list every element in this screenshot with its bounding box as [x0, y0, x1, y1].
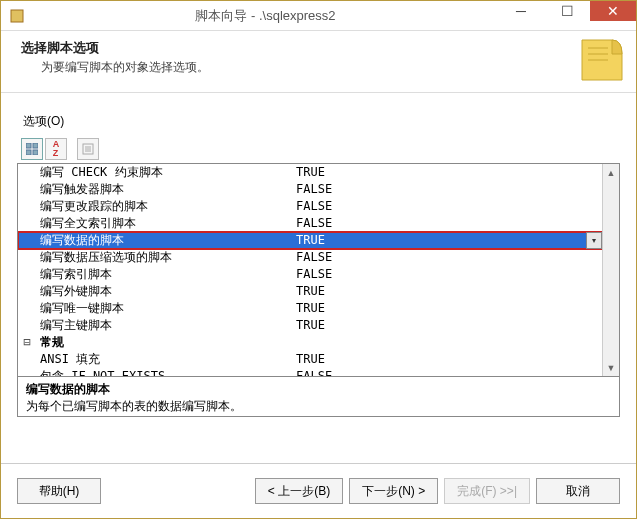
indent [18, 351, 36, 368]
grid-row-label: 编写主键脚本 [36, 317, 294, 334]
titlebar: 脚本向导 - .\sqlexpress2 ─ ☐ ✕ [1, 1, 636, 31]
property-pages-button[interactable] [77, 138, 99, 160]
grid-row[interactable]: 编写索引脚本FALSE [18, 266, 602, 283]
scroll-down-icon[interactable]: ▼ [603, 359, 619, 376]
grid-category[interactable]: ⊟常规 [18, 334, 602, 351]
svg-rect-7 [33, 150, 38, 155]
grid-row-value[interactable]: FALSE [294, 266, 602, 283]
close-button[interactable]: ✕ [590, 1, 636, 21]
wizard-window: 脚本向导 - .\sqlexpress2 ─ ☐ ✕ 选择脚本选项 为要编写脚本… [0, 0, 637, 519]
grid-row-label: 编写更改跟踪的脚本 [36, 198, 294, 215]
app-icon [9, 8, 25, 24]
svg-rect-4 [26, 143, 31, 148]
grid-row[interactable]: 编写更改跟踪的脚本FALSE [18, 198, 602, 215]
maximize-button[interactable]: ☐ [544, 1, 590, 21]
grid-row[interactable]: 编写全文索引脚本FALSE [18, 215, 602, 232]
description-title: 编写数据的脚本 [26, 381, 611, 398]
grid-row[interactable]: 包含 IF NOT EXISTSFALSE [18, 368, 602, 377]
cancel-button[interactable]: 取消 [536, 478, 620, 504]
svg-rect-5 [33, 143, 38, 148]
grid-row-value[interactable]: FALSE [294, 249, 602, 266]
categorized-view-button[interactable] [21, 138, 43, 160]
indent [18, 181, 36, 198]
indent [18, 266, 36, 283]
grid-row-value[interactable]: TRUE [294, 283, 602, 300]
grid-row-value[interactable]: TRUE [294, 232, 602, 249]
options-grid[interactable]: 编写 CHECK 约束脚本TRUE编写触发器脚本FALSE编写更改跟踪的脚本FA… [17, 163, 620, 377]
svg-rect-0 [11, 10, 23, 22]
grid-row-label: 编写数据压缩选项的脚本 [36, 249, 294, 266]
grid-row[interactable]: 编写 CHECK 约束脚本TRUE [18, 164, 602, 181]
grid-row-label: 编写全文索引脚本 [36, 215, 294, 232]
alphabetical-view-button[interactable]: AZ [45, 138, 67, 160]
grid-row-value[interactable]: FALSE [294, 198, 602, 215]
grid-row-value[interactable]: FALSE [294, 215, 602, 232]
finish-button[interactable]: 完成(F) >>| [444, 478, 530, 504]
grid-row-value[interactable]: TRUE [294, 300, 602, 317]
indent [18, 215, 36, 232]
page-subtitle: 为要编写脚本的对象选择选项。 [41, 59, 616, 76]
indent [18, 368, 36, 377]
grid-row[interactable]: 编写触发器脚本FALSE [18, 181, 602, 198]
grid-toolbar: AZ [21, 138, 620, 160]
next-button[interactable]: 下一步(N) > [349, 478, 438, 504]
grid-row-label: 编写索引脚本 [36, 266, 294, 283]
scrollbar[interactable]: ▲ ▼ [602, 164, 619, 376]
collapse-icon[interactable]: ⊟ [18, 334, 36, 351]
grid-row-value[interactable]: FALSE [294, 368, 602, 377]
grid-row-label: 编写外键脚本 [36, 283, 294, 300]
indent [18, 198, 36, 215]
grid-row-value[interactable]: FALSE [294, 181, 602, 198]
description-text: 为每个已编写脚本的表的数据编写脚本。 [26, 398, 611, 415]
grid-row[interactable]: 编写数据压缩选项的脚本FALSE [18, 249, 602, 266]
grid-row-label: 编写 CHECK 约束脚本 [36, 164, 294, 181]
svg-rect-6 [26, 150, 31, 155]
grid-row-label: 常规 [36, 334, 294, 351]
grid-row[interactable]: 编写外键脚本TRUE [18, 283, 602, 300]
grid-row-label: ANSI 填充 [36, 351, 294, 368]
scroll-up-icon[interactable]: ▲ [603, 164, 619, 181]
indent [18, 300, 36, 317]
grid-row[interactable]: 编写数据的脚本TRUE [18, 232, 602, 249]
indent [18, 283, 36, 300]
help-button[interactable]: 帮助(H) [17, 478, 101, 504]
indent [18, 164, 36, 181]
grid-row-value[interactable]: TRUE [294, 351, 602, 368]
back-button[interactable]: < 上一步(B) [255, 478, 343, 504]
grid-row[interactable]: 编写唯一键脚本TRUE [18, 300, 602, 317]
window-buttons: ─ ☐ ✕ [498, 1, 636, 30]
wizard-body: 选项(O) AZ 编写 CHECK 约束脚本TRUE编写触发器脚本FALSE编写… [1, 93, 636, 417]
grid-row-value[interactable]: TRUE [294, 164, 602, 181]
window-title: 脚本向导 - .\sqlexpress2 [33, 7, 498, 25]
indent [18, 232, 36, 249]
wizard-icon [578, 36, 626, 84]
grid-row-label: 编写数据的脚本 [36, 232, 294, 249]
grid-row[interactable]: 编写主键脚本TRUE [18, 317, 602, 334]
grid-row-label: 编写唯一键脚本 [36, 300, 294, 317]
grid-row-label: 包含 IF NOT EXISTS [36, 368, 294, 377]
indent [18, 249, 36, 266]
grid-row[interactable]: ANSI 填充TRUE [18, 351, 602, 368]
page-title: 选择脚本选项 [21, 39, 616, 57]
wizard-header: 选择脚本选项 为要编写脚本的对象选择选项。 [1, 31, 636, 93]
description-box: 编写数据的脚本 为每个已编写脚本的表的数据编写脚本。 [17, 377, 620, 417]
minimize-button[interactable]: ─ [498, 1, 544, 21]
options-label: 选项(O) [23, 113, 620, 130]
grid-row-label: 编写触发器脚本 [36, 181, 294, 198]
button-row: 帮助(H) < 上一步(B) 下一步(N) > 完成(F) >>| 取消 [1, 463, 636, 518]
indent [18, 317, 36, 334]
scroll-track[interactable] [603, 181, 619, 359]
chevron-down-icon[interactable]: ▾ [586, 232, 602, 249]
grid-row-value[interactable]: TRUE [294, 317, 602, 334]
